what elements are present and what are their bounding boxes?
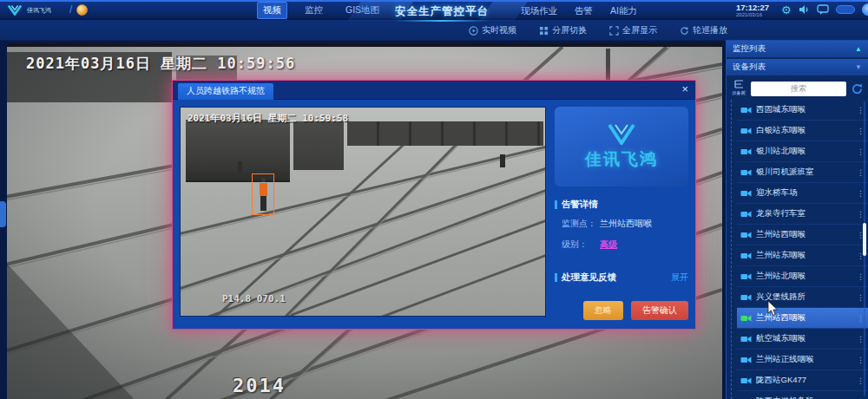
section-title: 处理意见反馈 <box>562 271 616 284</box>
camera-list: 西固城东咽喉 ⋮ 白银站东咽喉 ⋮ <box>727 100 868 399</box>
user-avatar[interactable] <box>862 3 868 16</box>
system-clock: 17:12:27 2021/03/16 <box>736 3 769 19</box>
camera-icon <box>740 106 752 114</box>
camera-list-item[interactable]: 航空城东咽喉 ⋮ <box>737 329 868 350</box>
chat-message-icon[interactable] <box>817 4 829 15</box>
field-level: 级别： 高级 <box>562 239 688 251</box>
person-figure <box>238 161 242 173</box>
emblem-badge-icon <box>76 4 88 16</box>
alarm-snapshot-video[interactable]: 2021年03月16日 星期二 10:59:58 P14.8 070.1 <box>180 107 546 317</box>
refresh-icon[interactable] <box>851 82 864 95</box>
brand-name: 佳讯飞鸿 <box>585 148 658 171</box>
camera-list-item[interactable]: 西固城东咽喉 ⋮ <box>737 100 868 121</box>
camera-list-item[interactable]: 兰州站北咽喉 ⋮ <box>737 266 868 287</box>
clock-time: 17:12:27 <box>736 3 769 11</box>
play-circle-icon <box>469 26 478 36</box>
sidebar-header-device-list[interactable]: 设备列表 ▼ <box>727 59 868 75</box>
camera-icon <box>740 356 752 364</box>
camera-list-item[interactable]: 兰州站西咽喉 ⋮ <box>737 225 868 245</box>
nav-item-ai[interactable]: AI能力 <box>608 4 639 18</box>
camera-icon <box>740 189 752 198</box>
camera-icon <box>740 168 752 177</box>
field-location: 监测点： 兰州站西咽喉 <box>562 218 688 230</box>
camera-watermark: 2014 <box>233 375 286 396</box>
camera-list-item[interactable]: 兰州站正线咽喉 ⋮ <box>737 350 868 370</box>
section-bar-icon <box>555 200 557 209</box>
brand-box: 佳讯飞鸿 <box>555 107 688 186</box>
camera-name: 兰州站东咽喉 <box>756 250 852 261</box>
toolbar-live-video[interactable]: 实时视频 <box>469 24 516 36</box>
device-tree-icon[interactable]: 设备树 <box>731 80 746 97</box>
nav-item-alarms[interactable]: 告警 <box>573 4 595 18</box>
dialog-title-tab: 人员跨越铁路不规范 <box>178 83 273 100</box>
camera-name: 西固城东咽喉 <box>756 104 852 115</box>
video-timestamp-overlay: 2021年03月16日 星期二 10:59:56 <box>26 54 295 74</box>
app-window: 佳讯飞鸿 / 视频 监控 GIS地图 安全生产管控平台 现场作业 告警 AI能力… <box>0 0 868 399</box>
ignore-button[interactable]: 忽略 <box>583 301 623 320</box>
toolbar-label: 轮巡播放 <box>693 24 727 36</box>
alarm-confirm-button[interactable]: 告警确认 <box>631 301 688 320</box>
left-collapse-handle[interactable] <box>0 201 6 227</box>
camera-name: 航空城东咽喉 <box>756 333 852 344</box>
camera-icon <box>740 210 752 219</box>
alarm-dialog: 人员跨越铁路不规范 × <box>172 80 696 330</box>
loop-icon <box>680 26 689 36</box>
brand-logo: 佳讯飞鸿 / <box>7 3 88 16</box>
close-icon[interactable]: × <box>681 82 688 95</box>
camera-name: 银川司机派班室 <box>756 167 852 178</box>
tree-lines-icon <box>733 80 745 89</box>
clock-date: 2021/03/16 <box>736 11 769 19</box>
alarm-detail-header: 告警详情 <box>555 199 688 211</box>
camera-icon <box>740 293 752 302</box>
nav-item-video[interactable]: 视频 <box>257 2 287 19</box>
camera-list-item[interactable]: 兰州站西咽喉 ⋮ <box>737 308 868 329</box>
camera-icon <box>740 127 752 135</box>
camera-icon <box>740 335 752 343</box>
camera-icon <box>740 147 752 156</box>
toolbar-split-screen[interactable]: 分屏切换 <box>539 24 587 36</box>
section-bar-icon <box>555 273 557 282</box>
camera-list-item[interactable]: 陇西站GK477 ⋮ <box>737 370 868 391</box>
camera-list-item[interactable]: 银川司机派班室 ⋮ <box>737 162 868 183</box>
alarm-level-value: 高级 <box>600 239 617 251</box>
person-head <box>261 178 266 182</box>
top-navigation-bar: 佳讯飞鸿 / 视频 监控 GIS地图 安全生产管控平台 现场作业 告警 AI能力… <box>0 0 868 19</box>
tree-icon-caption: 设备树 <box>732 89 746 96</box>
person-legs <box>260 196 266 211</box>
feedback-header: 处理意见反馈 展开 <box>555 271 688 284</box>
boxcar-shape <box>293 121 344 170</box>
camera-icon <box>740 314 752 323</box>
nav-item-monitor[interactable]: 监控 <box>299 3 328 18</box>
dialog-buttons: 忽略 告警确认 <box>583 301 688 320</box>
nav-item-field-work[interactable]: 现场作业 <box>519 4 559 18</box>
camera-list-item[interactable]: 陕西内燃机务段 ⋮ <box>737 391 868 399</box>
toolbar-patrol-play[interactable]: 轮巡播放 <box>680 24 727 36</box>
camera-list-item[interactable]: 白银站东咽喉 ⋮ <box>737 121 868 141</box>
camera-list-item[interactable]: 兰州站东咽喉 ⋮ <box>737 245 868 266</box>
scrollbar-thumb[interactable] <box>863 223 866 256</box>
toolbar-label: 实时视频 <box>482 24 516 36</box>
distant-train-row <box>347 121 543 146</box>
speaker-icon[interactable] <box>799 4 810 15</box>
detected-person <box>260 178 267 211</box>
sidebar-search-row: 设备树 <box>727 77 868 100</box>
logo-v-icon <box>7 3 23 16</box>
settings-gear-icon[interactable]: ⚙ <box>781 4 792 16</box>
camera-list-item[interactable]: 银川站北咽喉 ⋮ <box>737 141 868 162</box>
toolbar-label: 分屏切换 <box>552 24 587 36</box>
person-orange-vest <box>260 183 267 196</box>
toggle-pill-icon[interactable] <box>836 5 855 14</box>
camera-list-item[interactable]: 兴义堡线路所 ⋮ <box>737 287 868 308</box>
topbar-icon-group: ⚙ <box>781 3 868 16</box>
person-figure <box>500 154 505 167</box>
expand-link[interactable]: 展开 <box>671 271 688 284</box>
camera-name: 龙泉寺行车室 <box>756 208 852 219</box>
dialog-detail-panel: 佳讯飞鸿 告警详情 监测点： 兰州站西咽喉 级别： 高级 处理意见反馈 <box>555 107 688 322</box>
camera-list-item[interactable]: 龙泉寺行车室 ⋮ <box>737 204 868 225</box>
camera-list-item[interactable]: 迎水桥车场 ⋮ <box>737 183 868 204</box>
detection-bounding-box <box>252 173 274 215</box>
toolbar-fullscreen[interactable]: 全屏显示 <box>609 24 657 36</box>
logo-text: 佳讯飞鸿 <box>27 7 65 13</box>
search-input[interactable] <box>751 82 846 96</box>
sidebar-header-monitor-list[interactable]: 监控列表 ▲ <box>727 41 868 57</box>
